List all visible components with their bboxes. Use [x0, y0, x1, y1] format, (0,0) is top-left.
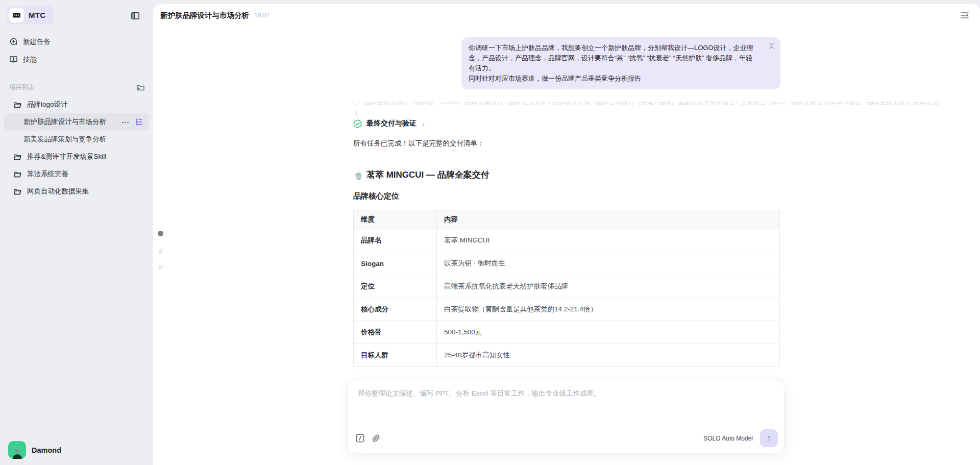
collapsed-step-text: 品牌主视觉设计 · 品牌名、LOGO、品牌形象设计 / 品牌定位分析 / 品牌设… [364, 102, 939, 107]
user-message-text: 你调研一下市场上护肤品品牌，我想要创立一个新护肤品牌，分别帮我设计—LOGO设计… [469, 43, 759, 84]
table-row: 定位 高端茶系抗氧化抗衰老天然护肤奢侈品牌 [354, 275, 780, 298]
project-list-label: 项目列表 [9, 83, 35, 92]
project-label: 算法系统完善 [27, 169, 143, 179]
chevron-right-icon: › [422, 119, 425, 128]
model-selector[interactable]: SOLO Auto Model [703, 435, 753, 442]
new-folder-icon[interactable] [136, 83, 145, 92]
app-logo-text: MTC [29, 11, 45, 19]
collapsed-previous-step[interactable]: 品牌主视觉设计 · 品牌名、LOGO、品牌形象设计 / 品牌定位分析 / 品牌设… [353, 102, 950, 108]
table-row: 品牌名 茗萃 MINGCUI [354, 229, 780, 252]
table-cell-content: 白茶提取物（黄酮含量是其他茶类的14.2-21.4倍） [437, 298, 780, 321]
more-actions-icon[interactable]: ··· [121, 118, 130, 126]
table-cell-dimension: 品牌名 [354, 229, 437, 252]
chat-column: 你调研一下市场上护肤品品牌，我想要创立一个新护肤品牌，分别帮我设计—LOGO设计… [353, 37, 780, 367]
table-row: 目标人群 25-40岁都市高知女性 [354, 344, 780, 367]
user-name: Damond [32, 446, 61, 454]
table-cell-content: 高端茶系抗氧化抗衰老天然护肤奢侈品牌 [437, 275, 780, 298]
divider [353, 158, 780, 158]
sidebar-item-label: 新建任务 [23, 37, 51, 46]
timeline-connector [356, 110, 357, 116]
main-header: 新护肤品牌设计与市场分析 18:07 [153, 4, 980, 27]
folder-icon [13, 187, 22, 196]
conversation-title: 新护肤品牌设计与市场分析 [160, 11, 249, 20]
task-tree-icon[interactable] [135, 118, 143, 126]
project-list-section: 项目列表 [0, 80, 153, 95]
project-folder-algo[interactable]: 算法系统完善 [4, 165, 149, 183]
project-label: 品牌logo设计 [27, 100, 143, 109]
project-folder-brand-logo[interactable]: 品牌logo设计 [4, 96, 149, 113]
sidebar-menu: 新建任务 技能 [0, 33, 153, 68]
table-header-row: 维度 内容 [354, 210, 780, 229]
table-cell-content: 500-1,500元 [437, 321, 780, 344]
user-account[interactable]: Damond [8, 441, 61, 459]
message-input[interactable] [348, 380, 784, 424]
table-cell-content: 25-40岁都市高知女性 [437, 344, 780, 367]
user-message-bubble: 你调研一下市场上护肤品品牌，我想要创立一个新护肤品牌，分别帮我设计—LOGO设计… [461, 37, 780, 89]
skills-book-icon [9, 55, 18, 64]
composer: SOLO Auto Model ↑ [347, 380, 785, 453]
sidebar-item-label: 技能 [23, 55, 37, 64]
slash-command-icon[interactable] [356, 434, 364, 443]
composer-toolbar: SOLO Auto Model ↑ [356, 429, 778, 447]
outline-toggle-icon[interactable] [961, 12, 969, 19]
send-button[interactable]: ↑ [760, 429, 778, 447]
send-arrow-icon: ↑ [767, 433, 771, 444]
folder-icon [13, 170, 22, 179]
table-cell-content: 茗萃 MINGCUI [437, 229, 780, 252]
main-panel: 新护肤品牌设计与市场分析 18:07 你调研一下市场上护肤品品牌，我想要创立一个… [153, 4, 980, 465]
table-cell-dimension: 目标人群 [354, 344, 437, 367]
avatar [8, 441, 26, 459]
sidebar-collapse-icon[interactable] [129, 9, 142, 22]
completion-text: 所有任务已完成！以下是完整的交付清单： [353, 139, 780, 148]
table-cell-dimension: 核心成分 [354, 298, 437, 321]
table-row: Slogan 以茶为钥 · 御时而生 [354, 252, 780, 275]
table-cell-dimension: 价格带 [354, 321, 437, 344]
check-circle-icon [353, 119, 362, 128]
project-label: 网页自动化数据采集 [27, 187, 143, 196]
brand-positioning-table: 维度 内容 品牌名 茗萃 MINGCUI Slogan 以茶为钥 · 御时而生 … [353, 210, 780, 367]
conversation-time: 18:07 [254, 12, 270, 19]
project-folder-web-scraping[interactable]: 网页自动化数据采集 [4, 183, 149, 200]
project-list: 品牌logo设计 新护肤品牌设计与市场分析 ··· 新美发品牌策划与竞争分析 推… [0, 96, 153, 200]
project-label: 新护肤品牌设计与市场分析 [23, 117, 116, 127]
table-row: 价格带 500-1,500元 [354, 321, 780, 344]
app-logo-icon [9, 8, 24, 22]
project-label: 推荐&测评非开发场景Skill [27, 152, 143, 161]
new-task-icon [9, 37, 18, 46]
project-task-haircare[interactable]: 新美发品牌策划与竞争分析 [4, 131, 149, 148]
table-cell-dimension: 定位 [354, 275, 437, 298]
project-label: 新美发品牌策划与竞争分析 [23, 135, 143, 144]
table-cell-dimension: Slogan [354, 252, 437, 275]
project-trailing-actions: ··· [121, 118, 143, 126]
project-task-skincare[interactable]: 新护肤品牌设计与市场分析 ··· [4, 113, 149, 131]
project-folder-skill-review[interactable]: 推荐&测评非开发场景Skill [4, 148, 149, 165]
table-header-cell: 内容 [437, 210, 780, 229]
sidebar-item-new-task[interactable]: 新建任务 [0, 33, 153, 51]
section-title: 品牌核心定位 [353, 191, 780, 201]
folder-icon [13, 153, 22, 161]
table-row: 核心成分 白茶提取物（黄酮含量是其他茶类的14.2-21.4倍） [354, 298, 780, 321]
deliverable-title: 🍵 茗萃 MINGCUI — 品牌全案交付 [353, 169, 780, 181]
final-step-label: 最终交付与验证 [366, 119, 416, 128]
folder-icon [13, 101, 22, 109]
final-step-row[interactable]: 最终交付与验证 › [353, 119, 780, 128]
app-logo[interactable]: MTC [7, 6, 53, 25]
attachment-paperclip-icon[interactable] [372, 434, 380, 443]
sidebar-item-skills[interactable]: 技能 [0, 51, 153, 68]
step-circle-icon [353, 102, 360, 105]
logo-row: MTC [7, 6, 146, 25]
table-cell-content: 以茶为钥 · 御时而生 [437, 252, 780, 275]
collapse-message-icon[interactable] [769, 43, 774, 49]
sidebar: MTC 新建任务 技能 项目列表 品牌logo设 [0, 0, 153, 465]
table-header-cell: 维度 [354, 210, 437, 229]
